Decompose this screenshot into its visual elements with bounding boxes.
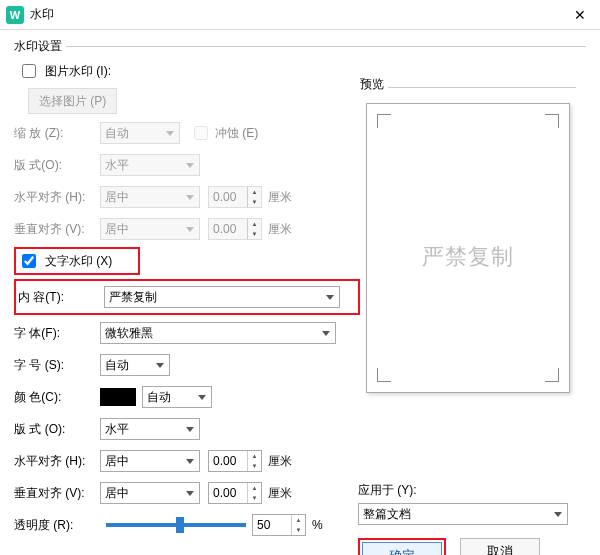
img-halign-select[interactable]: 居中 [100,186,200,208]
img-valign-label: 垂直对齐 (V): [14,221,100,238]
spinner-up-icon[interactable]: ▲ [248,187,261,197]
apply-label: 应用于 (Y): [358,482,584,499]
settings-title: 水印设置 [14,38,62,55]
app-icon: W [6,6,24,24]
img-layout-label: 版 式(O): [14,157,100,174]
apply-select[interactable]: 整篇文档 [358,503,568,525]
highlight-ok-button: 确定 [358,538,446,555]
preview-watermark-text: 严禁复制 [367,242,569,272]
erode-checkbox[interactable] [194,126,208,140]
text-watermark-label: 文字水印 (X) [45,253,112,270]
text-valign-label: 垂直对齐 (V): [14,485,100,502]
cancel-button[interactable]: 取消 [460,538,540,555]
opacity-slider[interactable] [106,523,246,527]
size-label: 字 号 (S): [14,357,100,374]
text-valign-select[interactable]: 居中 [100,482,200,504]
text-halign-select[interactable]: 居中 [100,450,200,472]
text-halign-unit: 厘米 [268,453,292,470]
preview-title: 预览 [360,76,384,93]
titlebar: W 水印 ✕ [0,0,600,30]
img-valign-select[interactable]: 居中 [100,218,200,240]
crop-mark-icon [377,368,391,382]
text-valign-num[interactable]: 0.00 ▲▼ [208,482,262,504]
crop-mark-icon [377,114,391,128]
spinner-up-icon[interactable]: ▲ [248,219,261,229]
img-halign-unit: 厘米 [268,189,292,206]
spinner-up-icon[interactable]: ▲ [292,515,305,525]
opacity-label: 透明度 (R): [14,517,100,534]
scale-label: 缩 放 (Z): [14,125,100,142]
img-halign-num[interactable]: 0.00 ▲▼ [208,186,262,208]
text-halign-num[interactable]: 0.00 ▲▼ [208,450,262,472]
preview-page: 严禁复制 [366,103,570,393]
window-title: 水印 [30,6,560,23]
opacity-num[interactable]: 50 ▲▼ [252,514,306,536]
color-swatch [100,388,136,406]
img-valign-unit: 厘米 [268,221,292,238]
spinner-up-icon[interactable]: ▲ [248,451,261,461]
text-valign-unit: 厘米 [268,485,292,502]
image-watermark-checkbox[interactable] [22,64,36,78]
crop-mark-icon [545,368,559,382]
spinner-up-icon[interactable]: ▲ [248,483,261,493]
font-select[interactable]: 微软雅黑 [100,322,336,344]
close-button[interactable]: ✕ [560,0,600,30]
size-select[interactable]: 自动 [100,354,170,376]
img-layout-select[interactable]: 水平 [100,154,200,176]
spinner-down-icon[interactable]: ▼ [248,229,261,239]
spinner-down-icon[interactable]: ▼ [248,197,261,207]
spinner-down-icon[interactable]: ▼ [248,461,261,471]
text-layout-select[interactable]: 水平 [100,418,200,440]
highlight-text-checkbox: 文字水印 (X) [14,247,140,275]
color-select[interactable]: 自动 [142,386,212,408]
content-select[interactable]: 严禁复制 [104,286,340,308]
crop-mark-icon [545,114,559,128]
text-halign-label: 水平对齐 (H): [14,453,100,470]
font-label: 字 体(F): [14,325,100,342]
highlight-content-row: 内 容(T): 严禁复制 [14,279,360,315]
img-halign-label: 水平对齐 (H): [14,189,100,206]
img-valign-num[interactable]: 0.00 ▲▼ [208,218,262,240]
erode-label: 冲蚀 (E) [215,125,258,142]
image-watermark-label: 图片水印 (I): [45,63,111,80]
content-label: 内 容(T): [18,289,104,306]
scale-select[interactable]: 自动 [100,122,180,144]
ok-button[interactable]: 确定 [362,542,442,555]
text-watermark-checkbox[interactable] [22,254,36,268]
spinner-down-icon[interactable]: ▼ [292,525,305,535]
spinner-down-icon[interactable]: ▼ [248,493,261,503]
color-label: 颜 色(C): [14,389,100,406]
text-layout-label: 版 式 (O): [14,421,100,438]
opacity-unit: % [312,518,323,532]
select-image-button[interactable]: 选择图片 (P) [28,88,117,114]
